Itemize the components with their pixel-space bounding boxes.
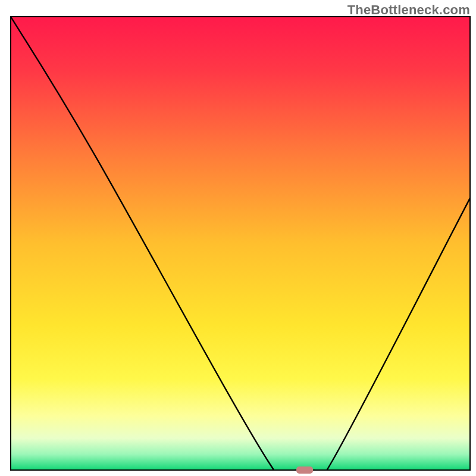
chart-container: TheBottleneck.com: [0, 0, 476, 476]
watermark-text: TheBottleneck.com: [347, 2, 470, 18]
bottleneck-chart: [0, 0, 476, 476]
plot-background: [11, 17, 470, 470]
optimal-marker: [296, 466, 313, 474]
